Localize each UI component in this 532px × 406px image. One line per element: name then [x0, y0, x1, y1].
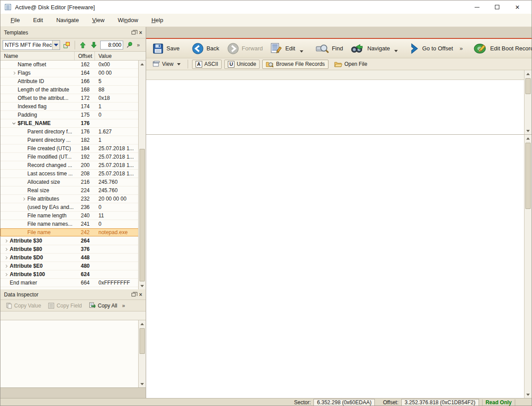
- goto-offset-button[interactable]: Go to Offset: [406, 42, 457, 56]
- toolbar-overflow-icon[interactable]: »: [457, 45, 465, 52]
- indent-spacer: [12, 63, 15, 66]
- edit-boot-records-button[interactable]: Edit Boot Records: [470, 41, 532, 56]
- unicode-toggle-button[interactable]: U Unicode: [224, 60, 260, 69]
- field-value: [95, 270, 139, 278]
- expander-icon[interactable]: [4, 239, 8, 242]
- scrollbar-thumb[interactable]: [525, 143, 531, 209]
- templates-scrollbar[interactable]: [138, 61, 146, 289]
- template-row[interactable]: (used by EAs and...2360: [0, 203, 139, 212]
- expander-icon[interactable]: [4, 256, 8, 259]
- template-row[interactable]: Attribute $30264: [0, 237, 139, 245]
- pin-template-button[interactable]: [125, 40, 134, 50]
- previous-field-button[interactable]: [78, 40, 87, 50]
- toolbar-overflow-icon[interactable]: »: [137, 42, 140, 48]
- scrollbar-thumb[interactable]: [140, 328, 145, 354]
- browse-file-records-button[interactable]: Browse File Records: [262, 60, 328, 69]
- template-row[interactable]: Last access time ...20825.07.2018 1...: [0, 170, 139, 178]
- close-button[interactable]: ✕: [507, 0, 528, 14]
- template-row[interactable]: Parent directory ...1821: [0, 136, 139, 144]
- inspector-scrollbar[interactable]: [138, 320, 146, 387]
- scrollbar-thumb[interactable]: [140, 149, 145, 281]
- template-row[interactable]: Name offset1620x00: [0, 61, 139, 69]
- copy-value-button[interactable]: Copy Value: [3, 301, 44, 310]
- expander-icon[interactable]: [12, 121, 15, 124]
- file-list-scrollbar[interactable]: [524, 70, 532, 134]
- template-row[interactable]: Attribute $80376: [0, 245, 139, 254]
- scroll-up-button[interactable]: [524, 70, 532, 77]
- back-button[interactable]: Back: [188, 41, 223, 56]
- menu-edit[interactable]: Edit: [26, 15, 49, 26]
- ascii-toggle-button[interactable]: A ASCII: [192, 60, 222, 69]
- column-header-name[interactable]: Name: [0, 52, 75, 60]
- expander-icon[interactable]: [4, 273, 8, 276]
- template-row[interactable]: File name242notepad.exe: [0, 228, 139, 237]
- template-selector[interactable]: NTFS MFT File Record: [3, 40, 60, 50]
- expander-icon[interactable]: [4, 247, 8, 250]
- template-row[interactable]: Offset to the attribut...1720x18: [0, 94, 139, 102]
- expander-icon[interactable]: [12, 71, 15, 74]
- minimize-button[interactable]: [467, 0, 487, 14]
- navigate-button[interactable]: Navigate: [347, 42, 402, 56]
- expander-icon[interactable]: [4, 264, 8, 267]
- template-row[interactable]: Attribute ID1665: [0, 77, 139, 86]
- template-row[interactable]: File name length24011: [0, 212, 139, 220]
- find-button[interactable]: Find: [312, 42, 347, 56]
- column-header-offset[interactable]: Offset: [75, 52, 95, 60]
- float-panel-icon[interactable]: [132, 31, 136, 34]
- scroll-down-button[interactable]: [139, 282, 146, 289]
- manage-templates-button[interactable]: [62, 40, 72, 50]
- template-row[interactable]: Indexed flag1741: [0, 102, 139, 111]
- offset-value: 3.252.376.818 (0xC1DB54F2): [401, 399, 479, 406]
- template-row[interactable]: Parent directory f...1761.627: [0, 128, 139, 136]
- scroll-up-button[interactable]: [524, 135, 532, 142]
- menu-navigate[interactable]: Navigate: [49, 15, 85, 26]
- template-row[interactable]: File name names...2410: [0, 220, 139, 228]
- template-row[interactable]: File created (UTC)18425.07.2018 1...: [0, 144, 139, 153]
- menu-file[interactable]: File: [4, 15, 26, 26]
- next-field-button[interactable]: [89, 40, 98, 50]
- forward-button[interactable]: Forward: [223, 41, 267, 56]
- scrollbar-thumb[interactable]: [525, 78, 531, 94]
- template-field-name: File modified (UT...: [0, 153, 75, 161]
- menu-help[interactable]: Help: [145, 15, 170, 26]
- template-row[interactable]: File attributes23220 00 00 00: [0, 195, 139, 203]
- scroll-up-button[interactable]: [139, 61, 146, 68]
- menu-window[interactable]: Window: [111, 15, 145, 26]
- menu-view[interactable]: View: [86, 15, 111, 26]
- copy-field-button[interactable]: Copy Field: [45, 301, 85, 310]
- open-file-button[interactable]: Open File: [331, 60, 370, 68]
- hex-scrollbar[interactable]: [524, 135, 532, 398]
- template-row[interactable]: $FILE_NAME176: [0, 119, 139, 128]
- chevron-down-icon[interactable]: [52, 41, 60, 49]
- template-row[interactable]: Allocated size216245.760: [0, 178, 139, 186]
- close-panel-icon[interactable]: ×: [139, 292, 142, 297]
- template-row[interactable]: Attribute $E0480: [0, 262, 139, 270]
- template-offset-input[interactable]: [100, 41, 123, 49]
- field-value: 0: [95, 203, 139, 211]
- expander-icon[interactable]: [22, 197, 25, 200]
- float-panel-icon[interactable]: [132, 293, 136, 296]
- template-row[interactable]: File modified (UT...19225.07.2018 1...: [0, 153, 139, 161]
- forward-icon: [227, 43, 239, 54]
- template-row[interactable]: Attribute $100624: [0, 270, 139, 279]
- template-row[interactable]: Record changed ...20025.07.2018 1...: [0, 161, 139, 170]
- template-row[interactable]: Real size224245.760: [0, 186, 139, 195]
- template-row[interactable]: End marker6640xFFFFFFFF: [0, 279, 139, 287]
- scroll-down-button[interactable]: [524, 127, 532, 134]
- template-row[interactable]: Flags16400 00: [0, 69, 139, 77]
- template-row[interactable]: Length of the attribute16888: [0, 86, 139, 94]
- scroll-up-button[interactable]: [139, 320, 146, 327]
- maximize-button[interactable]: [487, 0, 507, 14]
- close-panel-icon[interactable]: ×: [139, 30, 142, 35]
- scroll-down-button[interactable]: [139, 380, 146, 387]
- edit-button[interactable]: Edit: [267, 41, 307, 56]
- template-row[interactable]: Padding1750: [0, 111, 139, 119]
- save-button[interactable]: Save: [149, 42, 184, 56]
- field-offset: 242: [75, 228, 95, 236]
- column-header-value[interactable]: Value: [95, 52, 146, 60]
- view-button[interactable]: View: [150, 60, 184, 68]
- toolbar-overflow-icon[interactable]: »: [122, 303, 125, 309]
- template-row[interactable]: Attribute $D0448: [0, 254, 139, 262]
- scroll-down-button[interactable]: [524, 391, 532, 398]
- copy-all-button[interactable]: Copy All: [86, 301, 121, 310]
